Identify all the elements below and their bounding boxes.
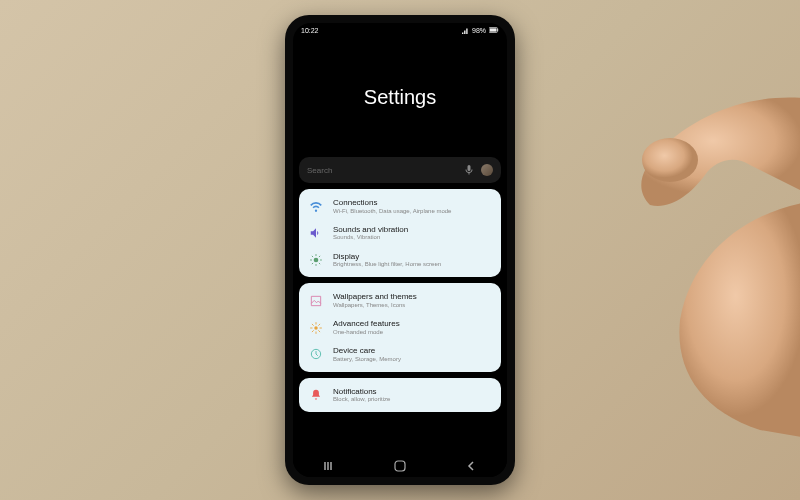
advanced-icon xyxy=(309,321,323,335)
nav-recent[interactable] xyxy=(314,459,344,473)
item-text: Advanced featuresOne-handed mode xyxy=(333,319,491,336)
nav-bar xyxy=(293,455,507,477)
item-text: Wallpapers and themesWallpapers, Themes,… xyxy=(333,292,491,309)
display-icon xyxy=(309,253,323,267)
item-text: Device careBattery, Storage, Memory xyxy=(333,346,491,363)
battery-text: 98% xyxy=(472,27,486,34)
settings-card: NotificationsBlock, allow, prioritize xyxy=(299,378,501,413)
signal-icon xyxy=(462,27,469,34)
svg-rect-6 xyxy=(395,461,405,471)
search-input[interactable] xyxy=(307,166,457,175)
settings-item-sound[interactable]: Sounds and vibrationSounds, Vibration xyxy=(299,220,501,247)
home-icon xyxy=(394,460,406,472)
item-title: Display xyxy=(333,252,491,262)
item-title: Notifications xyxy=(333,387,491,397)
item-title: Connections xyxy=(333,198,491,208)
notifications-icon xyxy=(309,388,323,402)
nav-home[interactable] xyxy=(385,459,415,473)
item-subtitle: Wallpapers, Themes, Icons xyxy=(333,302,491,309)
item-subtitle: Block, allow, prioritize xyxy=(333,396,491,403)
item-title: Wallpapers and themes xyxy=(333,292,491,302)
page-title: Settings xyxy=(364,86,436,109)
content-scroll[interactable]: ConnectionsWi-Fi, Bluetooth, Data usage,… xyxy=(293,157,507,455)
mic-icon[interactable] xyxy=(463,164,475,176)
status-time: 10:22 xyxy=(301,27,319,34)
settings-item-wifi[interactable]: ConnectionsWi-Fi, Bluetooth, Data usage,… xyxy=(299,193,501,220)
settings-card: Wallpapers and themesWallpapers, Themes,… xyxy=(299,283,501,371)
settings-card: ConnectionsWi-Fi, Bluetooth, Data usage,… xyxy=(299,189,501,277)
item-text: ConnectionsWi-Fi, Bluetooth, Data usage,… xyxy=(333,198,491,215)
screen: 10:22 98% Settings ConnectionsWi-Fi, Blu… xyxy=(293,23,507,477)
svg-point-3 xyxy=(314,258,319,263)
settings-item-care[interactable]: Device careBattery, Storage, Memory xyxy=(299,341,501,368)
settings-item-notif[interactable]: NotificationsBlock, allow, prioritize xyxy=(299,382,501,409)
battery-icon xyxy=(489,27,499,33)
item-subtitle: Wi-Fi, Bluetooth, Data usage, Airplane m… xyxy=(333,208,491,215)
recent-icon xyxy=(324,461,334,471)
svg-rect-1 xyxy=(490,28,497,31)
svg-point-4 xyxy=(314,326,318,330)
svg-point-7 xyxy=(642,138,698,182)
settings-item-advanced[interactable]: Advanced featuresOne-handed mode xyxy=(299,314,501,341)
svg-rect-2 xyxy=(497,29,498,32)
status-bar: 10:22 98% xyxy=(293,23,507,37)
back-icon xyxy=(466,461,476,471)
status-right: 98% xyxy=(462,27,499,34)
wallpaper-icon xyxy=(309,294,323,308)
item-subtitle: Sounds, Vibration xyxy=(333,234,491,241)
wifi-icon xyxy=(309,199,323,213)
sound-icon xyxy=(309,226,323,240)
item-title: Advanced features xyxy=(333,319,491,329)
search-row[interactable] xyxy=(299,157,501,183)
settings-item-display[interactable]: DisplayBrightness, Blue light filter, Ho… xyxy=(299,247,501,274)
device-care-icon xyxy=(309,347,323,361)
item-subtitle: Brightness, Blue light filter, Home scre… xyxy=(333,261,491,268)
item-text: NotificationsBlock, allow, prioritize xyxy=(333,387,491,404)
item-title: Device care xyxy=(333,346,491,356)
item-text: DisplayBrightness, Blue light filter, Ho… xyxy=(333,252,491,269)
settings-item-wallpaper[interactable]: Wallpapers and themesWallpapers, Themes,… xyxy=(299,287,501,314)
item-subtitle: Battery, Storage, Memory xyxy=(333,356,491,363)
item-subtitle: One-handed mode xyxy=(333,329,491,336)
nav-back[interactable] xyxy=(456,459,486,473)
avatar[interactable] xyxy=(481,164,493,176)
item-text: Sounds and vibrationSounds, Vibration xyxy=(333,225,491,242)
item-title: Sounds and vibration xyxy=(333,225,491,235)
phone-frame: 10:22 98% Settings ConnectionsWi-Fi, Blu… xyxy=(285,15,515,485)
page-header: Settings xyxy=(293,37,507,157)
hand-overlay xyxy=(540,60,800,440)
